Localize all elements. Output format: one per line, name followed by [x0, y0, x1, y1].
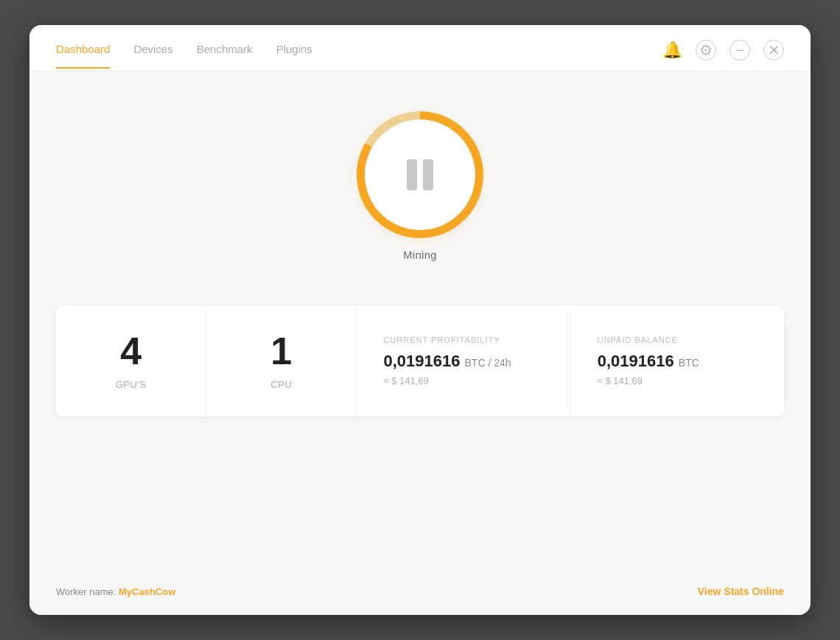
nav-left: Dashboard Devices Benchmark Plugins	[56, 43, 312, 69]
minimize-icon[interactable]: −	[729, 40, 750, 60]
nav-item-dashboard[interactable]: Dashboard	[56, 43, 110, 69]
profitability-unit: BTC / 24h	[465, 357, 511, 369]
cpu-label: CPU	[270, 379, 292, 390]
cpu-count: 1	[270, 332, 292, 370]
worker-name-container: Worker name: MyCashCow	[56, 586, 175, 597]
navbar: Dashboard Devices Benchmark Plugins 🔔 ⚙ …	[29, 25, 811, 72]
profitability-sub: ≈ $ 141,69	[383, 375, 428, 386]
mining-status-label: Mining	[403, 248, 437, 261]
footer: Worker name: MyCashCow View Stats Online	[29, 568, 811, 615]
balance-title: UNPAID BALANCE	[598, 335, 678, 344]
mining-button-container: Mining	[361, 116, 479, 261]
stat-card-cpu: 1 CPU	[206, 305, 357, 417]
nav-item-plugins[interactable]: Plugins	[276, 43, 312, 69]
balance-value: 0,0191616 BTC	[598, 352, 699, 371]
profitability-card: CURRENT PROFITABILITY 0,0191616 BTC / 24…	[357, 305, 570, 417]
gpu-count: 4	[120, 332, 141, 370]
balance-card: UNPAID BALANCE 0,0191616 BTC ≈ $ 141,69	[571, 305, 784, 417]
worker-name: MyCashCow	[119, 586, 175, 597]
gpu-label: GPU'S	[116, 379, 147, 390]
balance-unit: BTC	[679, 357, 699, 369]
nav-right: 🔔 ⚙ − ✕	[662, 40, 784, 71]
nav-item-devices[interactable]: Devices	[133, 43, 172, 69]
close-icon[interactable]: ✕	[763, 40, 784, 60]
profitability-value: 0,0191616 BTC / 24h	[383, 352, 511, 371]
mining-toggle-button[interactable]	[361, 116, 479, 234]
stats-row: 4 GPU'S 1 CPU CURRENT PROFITABILITY 0,01…	[56, 305, 784, 417]
stat-card-gpus: 4 GPU'S	[56, 305, 206, 417]
pause-icon	[407, 159, 433, 190]
pause-bar-right	[423, 159, 433, 190]
mining-circle-inner	[365, 119, 475, 230]
main-content: Mining 4 GPU'S 1 CPU CURRENT PROFITABILI…	[29, 72, 811, 568]
pause-bar-left	[407, 159, 417, 190]
worker-prefix: Worker name:	[56, 586, 119, 597]
view-stats-link[interactable]: View Stats Online	[698, 585, 784, 597]
profitability-title: CURRENT PROFITABILITY	[383, 335, 500, 344]
app-window: Dashboard Devices Benchmark Plugins 🔔 ⚙ …	[29, 25, 811, 615]
bell-icon[interactable]: 🔔	[662, 40, 682, 60]
nav-item-benchmark[interactable]: Benchmark	[197, 43, 253, 69]
settings-icon[interactable]: ⚙	[696, 40, 716, 60]
balance-sub: ≈ $ 141,69	[598, 375, 643, 386]
